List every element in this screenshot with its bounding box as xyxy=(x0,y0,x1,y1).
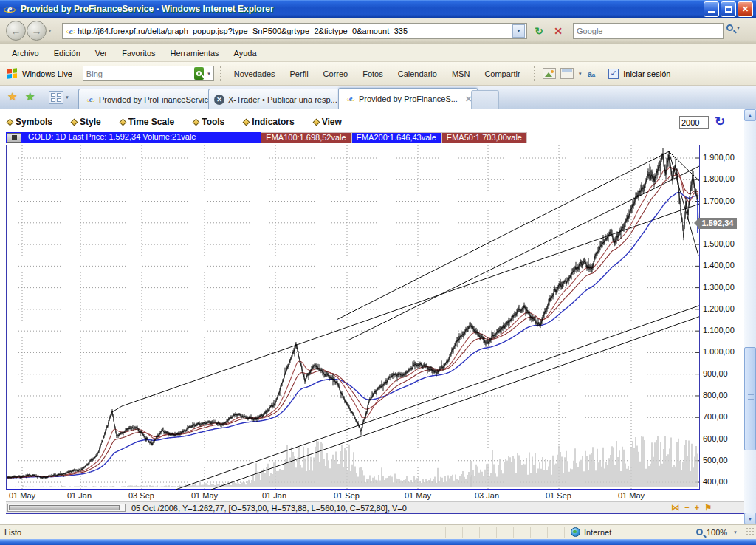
chart-menu-timescale[interactable]: Time Scale xyxy=(120,117,174,127)
status-cell xyxy=(530,527,547,538)
menu-ver[interactable]: Ver xyxy=(88,47,115,60)
menu-herramientas[interactable]: Herramientas xyxy=(163,47,227,60)
bing-search-box[interactable]: ▼ xyxy=(83,66,214,81)
stop-button[interactable]: ✕ xyxy=(549,22,567,40)
new-tab-stub[interactable] xyxy=(471,90,499,109)
menu-bar: Archivo Edición Ver Favoritos Herramient… xyxy=(0,44,756,62)
minimize-button[interactable] xyxy=(704,1,719,17)
amount-input[interactable] xyxy=(679,116,709,129)
flag-icon[interactable]: ⚑ xyxy=(704,503,712,513)
back-button[interactable]: ← xyxy=(6,21,26,41)
y-axis: 1.900,001.800,001.700,001.500,001.400,00… xyxy=(701,145,746,490)
legend-ema100-chip[interactable]: EMA100:1.698,52vale xyxy=(261,132,351,143)
x-axis-label: 01 Sep xyxy=(334,491,360,500)
y-axis-label: 1.800,00 xyxy=(703,174,735,183)
chart-type-icon[interactable] xyxy=(7,133,21,143)
link-fotos[interactable]: Fotos xyxy=(355,66,391,81)
ema200-line xyxy=(7,193,698,478)
chart-menu-view[interactable]: View xyxy=(314,117,342,127)
scroll-down-icon[interactable]: ▼ xyxy=(744,513,756,524)
menu-archivo[interactable]: Archivo xyxy=(4,47,47,60)
menu-ayuda[interactable]: Ayuda xyxy=(227,47,264,60)
chart-menu-tools[interactable]: Tools xyxy=(193,117,224,127)
link-compartir[interactable]: Compartir xyxy=(477,66,527,81)
signin-link[interactable]: Iniciar sesión xyxy=(623,69,670,78)
y-axis-label: 900,00 xyxy=(703,369,728,378)
zoom-out-icon[interactable]: − xyxy=(684,503,689,513)
forms-caret-icon[interactable]: ▼ xyxy=(578,72,583,76)
tab-favicon-icon: e xyxy=(86,95,96,104)
chart-refresh-icon[interactable]: ↻ xyxy=(715,114,725,129)
search-box[interactable] xyxy=(573,23,724,39)
chart-plot-area[interactable] xyxy=(6,145,700,490)
bing-caret-icon[interactable]: ▼ xyxy=(207,72,211,76)
zoom-fit-icon[interactable]: ⋈ xyxy=(671,503,679,513)
menu-edicion[interactable]: Edición xyxy=(47,47,88,60)
chart-hscrollbar[interactable] xyxy=(7,504,126,512)
legend-ema50-chip[interactable]: EMA50:1.703,00vale xyxy=(441,132,527,143)
menu-favoritos[interactable]: Favoritos xyxy=(114,47,162,60)
chart-menu-style[interactable]: Style xyxy=(72,117,101,127)
refresh-button[interactable]: ↻ xyxy=(530,22,548,40)
ie-logo-icon: e xyxy=(3,2,16,16)
quick-tabs-icon[interactable] xyxy=(49,91,63,104)
search-go-button[interactable]: ▼ xyxy=(726,24,740,31)
legend-symbol-text: GOLD: 1D Last Price: 1.592,34 Volume:21v… xyxy=(22,132,261,143)
recent-pages-caret-icon[interactable]: ▼ xyxy=(47,28,52,33)
scroll-up-icon[interactable]: ▲ xyxy=(744,109,756,121)
add-favorite-icon[interactable]: ★ xyxy=(25,90,35,103)
link-perfil[interactable]: Perfil xyxy=(283,66,316,81)
close-line xyxy=(7,154,698,478)
chart-status-bar: 05 Oct /2006, Y=1.262,77, [O=573,00, H=5… xyxy=(6,501,744,514)
favorites-star-icon[interactable]: ★ xyxy=(7,90,17,103)
page-favicon-icon: e xyxy=(66,26,76,36)
search-input[interactable] xyxy=(574,27,723,35)
status-cell xyxy=(513,527,530,538)
legend-ema200-chip[interactable]: EMA200:1.646,43vale xyxy=(351,132,441,143)
chart-menu-symbols[interactable]: Symbols xyxy=(7,117,52,127)
tab-profinance-1[interactable]: e Provided by ProFinanceService xyxy=(78,89,219,109)
tab-xtrader[interactable]: ✕ X-Trader • Publicar una resp... xyxy=(208,89,343,109)
chart-menu-indicators[interactable]: Indicators xyxy=(244,117,294,127)
volume-bars xyxy=(7,436,698,487)
photos-icon[interactable] xyxy=(543,68,556,79)
signin-check-icon: ✓ xyxy=(608,69,619,79)
browser-window: e Provided by ProFinanceService - Window… xyxy=(0,0,756,545)
x-axis-label: 01 Jan xyxy=(262,491,286,500)
vertical-scrollbar[interactable]: ▲ ▼ xyxy=(744,109,756,524)
x-axis-label: 01 Sep xyxy=(546,491,571,500)
tab-profinance-active[interactable]: e Provided by ProFinanceS... ✕ xyxy=(338,88,478,109)
zoom-caret-icon[interactable]: ▼ xyxy=(733,530,738,535)
link-correo[interactable]: Correo xyxy=(316,66,356,81)
zoom-in-icon[interactable]: + xyxy=(695,503,699,513)
search-options-caret-icon[interactable]: ▼ xyxy=(736,26,740,30)
y-axis-label: 1.500,00 xyxy=(703,239,735,248)
address-field[interactable]: e ▼ xyxy=(62,23,527,39)
resize-grip[interactable] xyxy=(746,527,755,537)
scrollbar-thumb[interactable] xyxy=(744,347,756,450)
chart-hscrollbar-thumb[interactable] xyxy=(9,505,120,510)
diamond-icon xyxy=(71,118,78,126)
url-input[interactable] xyxy=(78,27,512,35)
diamond-icon xyxy=(119,118,126,126)
address-dropdown-icon[interactable]: ▼ xyxy=(512,24,525,38)
close-button[interactable]: ✕ xyxy=(738,1,753,17)
link-novedades[interactable]: Novedades xyxy=(227,66,283,81)
forms-icon[interactable] xyxy=(560,68,574,79)
bing-search-button[interactable] xyxy=(194,67,204,80)
tab-favicon-icon: e xyxy=(346,95,356,104)
title-bar: e Provided by ProFinanceService - Window… xyxy=(0,0,756,18)
quick-tabs-caret-icon[interactable]: ▼ xyxy=(65,95,69,100)
link-calendario[interactable]: Calendario xyxy=(391,66,444,81)
bing-search-icon xyxy=(196,71,202,76)
page-zoom-control[interactable]: 100% ▼ xyxy=(690,527,746,538)
link-msn[interactable]: MSN xyxy=(444,66,477,81)
ema100-line xyxy=(7,175,698,478)
restore-button[interactable] xyxy=(721,1,736,17)
y-axis-label: 1.400,00 xyxy=(703,261,735,270)
zoom-level: 100% xyxy=(707,528,727,537)
forward-button[interactable]: → xyxy=(27,21,47,41)
bing-search-input[interactable] xyxy=(83,69,194,78)
y-axis-label: 600,00 xyxy=(703,434,728,443)
translate-icon[interactable]: aa xyxy=(588,69,596,78)
